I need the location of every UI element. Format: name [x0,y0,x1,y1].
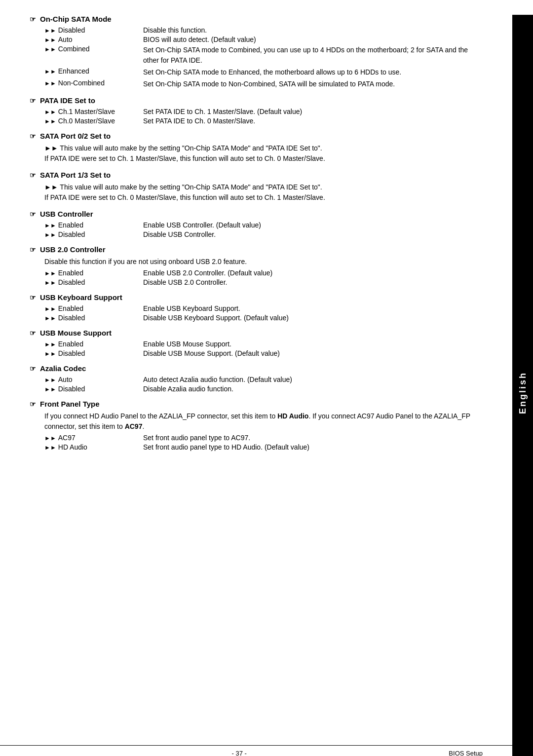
list-item: ►► Disabled Disable USB Keyboard Support… [44,314,484,322]
option-description: Set PATA IDE to Ch. 0 Master/Slave. [143,117,484,125]
section-icon-usb-keyboard: ☞ [30,294,36,302]
option-label: ►► AC97 [44,434,143,442]
arrow-icon: ►► [44,305,56,312]
section-label-azalia-codec: Azalia Codec [40,364,86,373]
section-label-on-chip-sata-mode: On-Chip SATA Mode [40,15,112,23]
option-label: ►► Enabled [44,269,143,277]
section-usb-controller: ☞ USB Controller ►► Enabled Enable USB C… [30,210,484,238]
list-item: ►► Combined Set On-Chip SATA mode to Com… [44,45,484,66]
arrow-icon: ►► [44,37,56,43]
section-label-usb-controller: USB Controller [40,210,93,218]
section-azalia-codec: ☞ Azalia Codec ►► Auto Auto detect Azali… [30,364,484,393]
section-desc-sata-port-13: ►► This value will auto make by the sett… [44,182,484,203]
list-item: ►► Disabled Disable USB 2.0 Controller. [44,278,484,286]
options-on-chip-sata-mode: ►► Disabled Disable this function. ►► Au… [44,26,484,89]
option-label: ►► Enhanced [44,67,143,75]
option-name: Disabled [58,314,85,322]
section-icon-on-chip-sata-mode: ☞ [30,15,36,23]
option-name: Enabled [58,340,83,348]
options-azalia-codec: ►► Auto Auto detect Azalia audio functio… [44,376,484,393]
list-item: ►► Disabled Disable USB Controller. [44,230,484,238]
arrow-icon: ►► [44,27,56,34]
section-label-usb-20-controller: USB 2.0 Controller [40,245,106,254]
option-description: Enable USB Controller. (Default value) [143,221,484,229]
section-sata-port-02: ☞ SATA Port 0/2 Set to ►► This value wil… [30,132,484,164]
footer-right: BIOS Setup [449,750,483,756]
option-name: Enabled [58,269,83,277]
list-item: ►► Auto Auto detect Azalia audio functio… [44,376,484,383]
arrow-icon: ►► [44,341,56,348]
bold-ac97: AC97 [125,422,143,430]
list-item: ►► HD Audio Set front audio panel type t… [44,443,484,451]
section-label-front-panel: Front Panel Type [40,400,100,408]
option-name: HD Audio [58,443,87,451]
footer-center: - 37 - [232,750,247,756]
list-item: ►► Enabled Enable USB Mouse Support. [44,340,484,348]
section-icon-pata-ide: ☞ [30,97,36,105]
arrow-icon: ►► [44,350,56,357]
arrow-icon: ►► [44,144,58,152]
option-label: ►► Auto [44,376,143,383]
section-title-on-chip-sata-mode: ☞ On-Chip SATA Mode [30,15,484,23]
section-icon-sata-port-02: ☞ [30,132,36,140]
section-label-pata-ide: PATA IDE Set to [40,96,95,105]
option-name: Disabled [58,385,85,393]
section-label-usb-keyboard: USB Keyboard Support [40,293,122,302]
option-name: Auto [58,36,73,43]
section-icon-front-panel: ☞ [30,400,36,408]
option-label: ►► Disabled [44,230,143,238]
section-icon-usb-mouse: ☞ [30,329,36,337]
section-title-sata-port-13: ☞ SATA Port 1/3 Set to [30,171,484,179]
arrow-icon: ►► [44,231,56,238]
option-label: ►► Enabled [44,340,143,348]
arrow-icon: ►► [44,80,56,87]
options-usb-keyboard: ►► Enabled Enable USB Keyboard Support. … [44,304,484,322]
list-item: ►► Non-Combined Set On-Chip SATA mode to… [44,79,484,89]
option-label: ►► Disabled [44,278,143,286]
arrow-icon: ►► [44,377,56,383]
arrow-icon: ►► [44,222,56,229]
english-tab: English [512,15,533,756]
arrow-icon: ►► [44,315,56,322]
option-name: Disabled [58,230,85,238]
page-container: English ☞ On-Chip SATA Mode ►► Disabled … [0,15,533,756]
section-title-usb-keyboard: ☞ USB Keyboard Support [30,293,484,302]
option-label: ►► Auto [44,36,143,43]
option-label: ►► Disabled [44,385,143,393]
list-item: ►► Disabled Disable USB Mouse Support. (… [44,349,484,357]
option-label: ►► Ch.1 Master/Slave [44,108,143,115]
options-pata-ide: ►► Ch.1 Master/Slave Set PATA IDE to Ch.… [44,108,484,125]
option-description: Set PATA IDE to Ch. 1 Master/Slave. (Def… [143,108,484,115]
options-usb-controller: ►► Enabled Enable USB Controller. (Defau… [44,221,484,238]
option-label: ►► Ch.0 Master/Slave [44,117,143,125]
list-item: ►► Ch.1 Master/Slave Set PATA IDE to Ch.… [44,108,484,115]
section-title-usb-20-controller: ☞ USB 2.0 Controller [30,245,484,254]
section-title-front-panel: ☞ Front Panel Type [30,400,484,408]
list-item: ►► Enabled Enable USB Controller. (Defau… [44,221,484,229]
section-intro-usb-20: Disable this function if you are not usi… [44,257,484,267]
option-description: Set front audio panel type to AC97. [143,434,484,442]
section-on-chip-sata-mode: ☞ On-Chip SATA Mode ►► Disabled Disable … [30,15,484,89]
options-front-panel: ►► AC97 Set front audio panel type to AC… [44,434,484,451]
section-title-sata-port-02: ☞ SATA Port 0/2 Set to [30,132,484,140]
section-usb-keyboard-support: ☞ USB Keyboard Support ►► Enabled Enable… [30,293,484,322]
section-icon-usb-20-controller: ☞ [30,246,36,254]
option-name: Auto [58,376,73,383]
option-description: Enable USB Mouse Support. [143,340,484,348]
option-name: Disabled [58,349,85,357]
list-item: ►► Disabled Disable this function. [44,26,484,34]
section-usb-20-controller: ☞ USB 2.0 Controller Disable this functi… [30,245,484,286]
option-description: Disable USB Mouse Support. (Default valu… [143,349,484,357]
option-description: Disable USB Controller. [143,230,484,238]
section-icon-usb-controller: ☞ [30,210,36,218]
list-item: ►► Auto BIOS will auto detect. (Default … [44,36,484,43]
list-item: ►► AC97 Set front audio panel type to AC… [44,434,484,442]
option-name: AC97 [58,434,76,442]
option-description: Set On-Chip SATA mode to Enhanced, the m… [143,67,484,77]
option-label: ►► Disabled [44,314,143,322]
option-name: Non-Combined [58,79,105,87]
section-front-panel-type: ☞ Front Panel Type If you connect HD Aud… [30,400,484,451]
option-description: Enable USB 2.0 Controller. (Default valu… [143,269,484,277]
section-intro-front-panel: If you connect HD Audio Panel to the AZA… [44,411,484,432]
option-name: Disabled [58,26,85,34]
